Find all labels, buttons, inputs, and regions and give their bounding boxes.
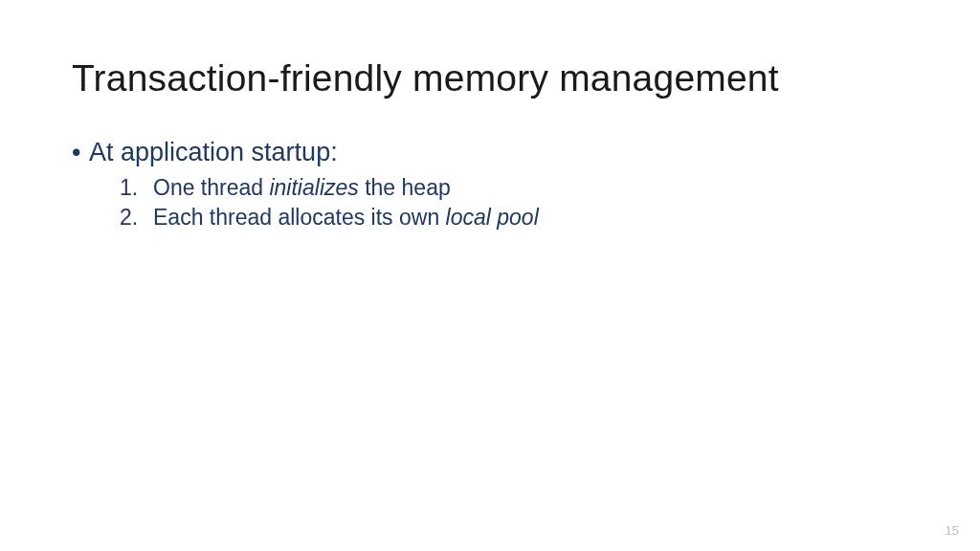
bullet-main: At application startup: bbox=[72, 138, 908, 167]
list-number: 2. bbox=[120, 205, 138, 231]
slide-content: At application startup: 1. One thread in… bbox=[72, 138, 908, 231]
list-text-pre: One thread bbox=[153, 175, 269, 200]
list-number: 1. bbox=[120, 175, 138, 201]
list-item: 2. Each thread allocates its own local p… bbox=[120, 205, 908, 231]
slide: Transaction-friendly memory management A… bbox=[0, 0, 980, 551]
list-item: 1. One thread initializes the heap bbox=[120, 175, 908, 201]
list-text-italic: local pool bbox=[446, 205, 539, 230]
sub-list: 1. One thread initializes the heap 2. Ea… bbox=[72, 175, 908, 231]
page-number: 15 bbox=[946, 523, 959, 538]
list-text-pre: Each thread allocates its own bbox=[153, 205, 446, 230]
list-text-italic: initializes bbox=[269, 175, 358, 200]
list-text-post: the heap bbox=[359, 175, 451, 200]
slide-title: Transaction-friendly memory management bbox=[72, 57, 908, 99]
